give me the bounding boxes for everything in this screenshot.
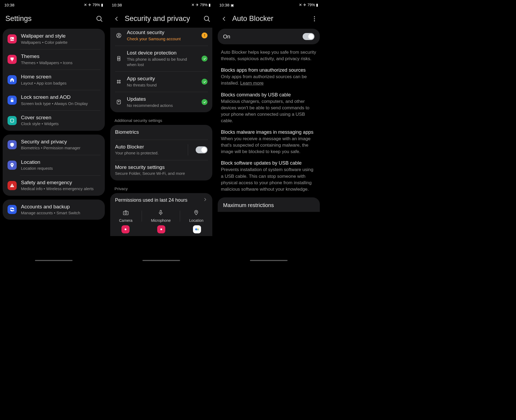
status-ok-icon: [202, 56, 207, 61]
row-body: Themes Themes • Wallpapers • Icons: [21, 53, 100, 66]
battery-text: 79%: [307, 3, 315, 7]
perm-label: Microphone: [151, 218, 171, 223]
row-location[interactable]: Location Location requests: [3, 155, 105, 175]
mute-icon: ✕: [299, 3, 302, 7]
back-button[interactable]: [113, 15, 120, 23]
app-icon-3[interactable]: [193, 225, 201, 233]
status-ok-icon: [202, 99, 207, 105]
more-icon: [311, 15, 318, 23]
svg-rect-4: [11, 100, 13, 102]
row-title: Updates: [127, 96, 197, 103]
row-title: Biometrics: [115, 129, 207, 136]
auto-blocker-pane: 10:38 ▣ ✕ ✈ 79% ▮ Auto Blocker On Auto B…: [215, 0, 322, 263]
svg-point-23: [125, 212, 127, 214]
svg-rect-8: [12, 186, 12, 187]
row-lock-screen[interactable]: Lock screen and AOD Screen lock type • A…: [3, 90, 105, 110]
row-sub: Location requests: [21, 166, 100, 171]
row-wallpaper[interactable]: Wallpaper and style Wallpapers • Color p…: [3, 29, 105, 49]
row-permissions[interactable]: Permissions used in last 24 hours: [110, 193, 212, 207]
row-safety-emergency[interactable]: Safety and emergency Medical info • Wire…: [3, 175, 105, 196]
row-sub: Clock style • Widgets: [21, 121, 100, 126]
svg-point-3: [11, 38, 12, 39]
row-title: Cover screen: [21, 114, 100, 121]
perm-camera[interactable]: Camera: [119, 209, 132, 223]
row-app-security[interactable]: App security No threats found: [110, 71, 212, 92]
status-time: 10:38 ▣: [219, 3, 234, 7]
row-body: Updates No recommended actions: [127, 96, 197, 108]
row-home-screen[interactable]: Home screen Layout • App icon badges: [3, 70, 105, 90]
row-updates[interactable]: Updates No recommended actions: [110, 92, 212, 112]
perm-microphone[interactable]: Microphone: [151, 209, 171, 223]
svg-rect-29: [197, 229, 199, 229]
sync-icon: [8, 205, 17, 214]
row-lost-device[interactable]: Lost device protection This phone is all…: [110, 46, 212, 71]
app-icon-2[interactable]: [157, 225, 165, 233]
settings-group-1: Wallpaper and style Wallpapers • Color p…: [3, 29, 105, 131]
row-body: Safety and emergency Medical info • Wire…: [21, 179, 100, 192]
emergency-icon: [8, 181, 17, 190]
row-accounts-backup[interactable]: Accounts and backup Manage accounts • Sm…: [3, 200, 105, 220]
shield-icon: [8, 140, 17, 149]
home-indicator[interactable]: [35, 260, 73, 261]
row-biometrics[interactable]: Biometrics: [110, 125, 212, 140]
status-bar: 10:38 ✕ ✈ 79% ▮: [108, 0, 215, 10]
home-indicator[interactable]: [250, 260, 288, 261]
row-cover-screen[interactable]: Cover screen Clock style • Widgets: [3, 110, 105, 131]
divider: [180, 211, 180, 222]
status-right: ✕ ✈ 79% ▮: [299, 3, 318, 7]
update-icon: [115, 99, 123, 105]
search-button[interactable]: [203, 15, 211, 23]
airplane-icon: ✈: [196, 3, 199, 7]
svg-point-17: [117, 80, 118, 81]
row-account-security[interactable]: Account security Check your Samsung acco…: [110, 28, 212, 46]
row-more-security[interactable]: More security settings Secure Folder, Se…: [110, 160, 212, 180]
row-title: Auto Blocker: [115, 144, 182, 150]
info-body-2: Malicious chargers, computers, and other…: [221, 98, 317, 124]
max-title: Maximum restrictions: [223, 202, 314, 209]
search-button[interactable]: [96, 15, 103, 23]
settings-group-3: Accounts and backup Manage accounts • Sm…: [3, 200, 105, 220]
svg-point-26: [124, 229, 126, 230]
cover-icon: [8, 116, 17, 125]
row-body: Account security Check your Samsung acco…: [127, 29, 197, 42]
svg-point-20: [119, 82, 120, 83]
row-title: App security: [127, 75, 197, 82]
intro-text: Auto Blocker helps keep you safe from se…: [221, 49, 317, 62]
svg-point-31: [314, 16, 315, 17]
perm-location[interactable]: Location: [189, 209, 203, 223]
row-sub: No recommended actions: [127, 103, 197, 108]
divider: [188, 144, 188, 155]
row-body: App security No threats found: [127, 75, 197, 88]
app-icon-1[interactable]: [121, 225, 130, 233]
auto-blocker-toggle[interactable]: [196, 146, 207, 153]
settings-pane: 10:38 ✕ ✈ 79% ▮ Settings Wallpaper and s…: [0, 0, 108, 263]
row-body: Accounts and backup Manage accounts • Sm…: [21, 204, 100, 216]
learn-more-link[interactable]: Learn more: [240, 81, 264, 86]
row-sub: Manage accounts • Smart Switch: [21, 210, 100, 216]
mute-icon: ✕: [84, 3, 87, 7]
home-indicator[interactable]: [142, 260, 180, 261]
screenshot-icon: ▣: [231, 3, 234, 7]
search-icon: [96, 15, 103, 23]
back-button[interactable]: [220, 15, 228, 23]
row-sub: Wallpapers • Color palette: [21, 40, 100, 45]
row-auto-blocker[interactable]: Auto Blocker Your phone is protected.: [110, 140, 212, 160]
battery-icon: ▮: [209, 3, 211, 7]
row-security-privacy[interactable]: Security and privacy Biometrics • Permis…: [3, 135, 105, 155]
more-button[interactable]: [311, 15, 318, 23]
row-body: Lost device protection This phone is all…: [127, 50, 197, 67]
info-title-1: Blocks apps from unauthorized sources: [221, 67, 317, 73]
max-restrictions-card[interactable]: Maximum restrictions: [218, 197, 320, 212]
perm-row: Camera Microphone Location: [110, 207, 212, 224]
status-bar: 10:38 ▣ ✕ ✈ 79% ▮: [215, 0, 322, 10]
camera-icon: [123, 209, 129, 217]
row-title: Lock screen and AOD: [21, 94, 100, 101]
row-title: Lost device protection: [127, 50, 197, 56]
row-themes[interactable]: Themes Themes • Wallpapers • Icons: [3, 49, 105, 70]
svg-line-1: [101, 20, 102, 21]
on-toggle[interactable]: [303, 33, 314, 40]
airplane-icon: ✈: [88, 3, 91, 7]
apps-icon: [115, 79, 123, 85]
row-sub: Medical info • Wireless emergency alerts: [21, 186, 100, 191]
status-right: ✕ ✈ 79% ▮: [84, 3, 103, 7]
